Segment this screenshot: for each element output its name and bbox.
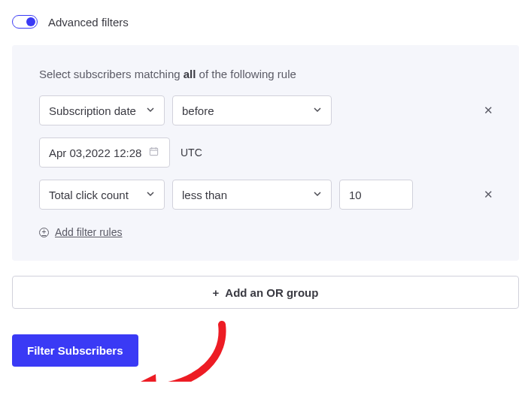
filter-rule-1: Subscription date before ✕ [39,95,492,125]
rule1-field-value: Subscription date [49,104,136,117]
filter-rule-2: Total click count less than 10 ✕ [39,180,492,210]
panel-title: Select subscribers matching all of the f… [39,68,492,80]
calendar-icon [149,147,159,159]
filter-subscribers-label: Filter Subscribers [27,344,123,357]
chevron-down-icon [146,189,155,201]
chevron-down-icon [313,189,322,201]
filter-rule-1-date: Apr 03,2022 12:28 UTC [39,137,492,168]
rule2-operator-value: less than [182,189,227,201]
rule1-operator-value: before [182,104,214,117]
remove-rule-button[interactable]: ✕ [478,104,499,117]
advanced-filters-toggle[interactable] [12,15,38,29]
rule2-field-select[interactable]: Total click count [39,180,165,210]
rule1-operator-select[interactable]: before [172,95,332,125]
rule2-operator-select[interactable]: less than [172,180,332,210]
rule2-value: 10 [349,189,362,201]
advanced-filters-label: Advanced filters [48,16,129,29]
panel-title-bold: all [184,68,196,80]
add-filter-label: Add filter rules [55,226,122,238]
filter-subscribers-button[interactable]: Filter Subscribers [12,334,138,367]
remove-rule-button[interactable]: ✕ [478,188,499,201]
filter-panel: Select subscribers matching all of the f… [12,45,519,261]
annotation-arrow [124,317,237,382]
close-icon: ✕ [484,188,493,201]
svg-rect-0 [150,148,158,155]
rule2-field-value: Total click count [49,189,129,201]
add-or-group-label: Add an OR group [225,286,318,299]
close-icon: ✕ [484,104,493,116]
chevron-down-icon [313,105,322,116]
add-or-group-button[interactable]: + Add an OR group [12,276,519,309]
rule1-field-select[interactable]: Subscription date [39,95,165,125]
toggle-knob [26,17,35,26]
rule1-date-input[interactable]: Apr 03,2022 12:28 [39,137,170,168]
chevron-down-icon [146,105,155,116]
plus-icon: + [213,286,220,299]
rule1-date-value: Apr 03,2022 12:28 [49,147,141,159]
svg-marker-4 [132,374,157,382]
panel-title-suffix: of the following rule [196,68,296,80]
timezone-label: UTC [181,147,202,159]
add-filter-rules-button[interactable]: + Add filter rules [39,226,122,238]
plus-circle-icon: + [39,228,49,237]
panel-title-prefix: Select subscribers matching [39,68,184,80]
rule2-value-input[interactable]: 10 [339,180,413,210]
